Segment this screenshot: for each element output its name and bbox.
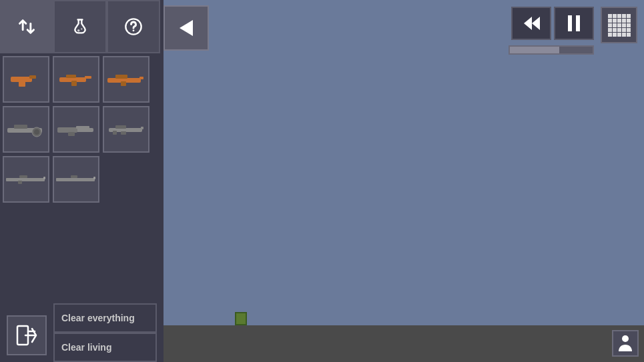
toolbar xyxy=(0,0,164,53)
smg-icon xyxy=(59,71,93,88)
weapon-slot-3[interactable] xyxy=(3,106,49,153)
pause-icon xyxy=(566,14,582,33)
lmg-icon xyxy=(7,121,45,138)
rewind-icon xyxy=(521,15,541,31)
context-menu: Clear everything Clear living xyxy=(53,303,157,362)
switch-button[interactable] xyxy=(0,0,53,53)
svg-rect-31 xyxy=(56,178,95,181)
svg-rect-27 xyxy=(6,178,45,181)
weapon-slot-5[interactable] xyxy=(103,106,149,153)
weapon-slot-1[interactable] xyxy=(53,56,99,103)
svg-rect-32 xyxy=(71,175,77,178)
exit-button[interactable] xyxy=(7,315,47,355)
svg-rect-25 xyxy=(113,131,117,135)
back-button[interactable] xyxy=(164,5,209,51)
grid-toggle-button[interactable] xyxy=(601,7,637,43)
shotgun-icon xyxy=(57,121,95,138)
bottom-area: Clear everything Clear living xyxy=(0,295,164,362)
weapon-slot-7[interactable] xyxy=(53,156,99,203)
clear-living-button[interactable]: Clear living xyxy=(53,333,157,362)
svg-rect-38 xyxy=(568,15,572,31)
assault-rifle-icon xyxy=(107,71,145,88)
weapon-slot-6[interactable] xyxy=(3,156,49,203)
back-arrow-icon xyxy=(174,16,198,40)
svg-point-0 xyxy=(77,29,80,32)
svg-point-2 xyxy=(133,29,135,31)
svg-rect-13 xyxy=(121,81,126,86)
svg-point-1 xyxy=(81,28,82,29)
help-button[interactable] xyxy=(107,0,160,53)
svg-rect-39 xyxy=(576,15,580,31)
sniper2-icon xyxy=(56,173,96,186)
potion-button[interactable] xyxy=(53,0,107,53)
weapon-slot-2[interactable] xyxy=(103,56,149,103)
pistol-icon xyxy=(9,71,43,88)
svg-rect-8 xyxy=(71,81,77,86)
potion-icon xyxy=(71,17,89,36)
svg-rect-11 xyxy=(115,75,127,79)
svg-rect-12 xyxy=(139,77,143,79)
pause-button[interactable] xyxy=(554,7,594,40)
svg-rect-21 xyxy=(68,132,75,136)
weapon-slot-0[interactable] xyxy=(3,56,49,103)
svg-rect-5 xyxy=(29,75,36,79)
svg-point-40 xyxy=(622,335,629,342)
exit-icon xyxy=(15,323,39,347)
svg-rect-29 xyxy=(18,181,22,184)
svg-point-17 xyxy=(34,129,39,135)
weapon-slot-4[interactable] xyxy=(53,106,99,153)
progress-bar xyxy=(510,47,559,53)
svg-marker-37 xyxy=(524,17,532,30)
svg-marker-35 xyxy=(180,20,193,36)
svg-rect-24 xyxy=(141,127,143,129)
ground xyxy=(164,325,644,362)
svg-rect-9 xyxy=(85,76,91,79)
person-icon xyxy=(617,334,633,353)
svg-rect-19 xyxy=(57,127,77,133)
svg-rect-7 xyxy=(66,75,76,78)
sniper-icon xyxy=(6,173,46,186)
svg-rect-15 xyxy=(14,125,27,129)
svg-rect-23 xyxy=(115,125,126,129)
rewind-button[interactable] xyxy=(511,7,551,40)
bottom-right-button[interactable] xyxy=(612,330,639,357)
media-controls xyxy=(511,7,594,40)
ar2-icon xyxy=(107,121,145,138)
svg-marker-36 xyxy=(532,17,540,30)
clear-everything-button[interactable]: Clear everything xyxy=(53,303,157,333)
weapon-grid xyxy=(0,53,164,207)
player-character xyxy=(235,312,247,325)
grid-icon xyxy=(608,14,631,37)
svg-rect-33 xyxy=(93,177,95,179)
svg-rect-4 xyxy=(19,81,25,87)
svg-rect-30 xyxy=(43,177,45,179)
svg-rect-28 xyxy=(19,175,27,178)
switch-icon xyxy=(17,17,36,36)
game-area xyxy=(164,0,644,362)
svg-rect-20 xyxy=(76,126,89,129)
top-right-controls xyxy=(509,7,594,55)
sidebar: Clear everything Clear living xyxy=(0,0,164,362)
help-icon xyxy=(124,17,143,36)
progress-bar-container xyxy=(509,45,594,55)
svg-rect-26 xyxy=(121,131,126,135)
